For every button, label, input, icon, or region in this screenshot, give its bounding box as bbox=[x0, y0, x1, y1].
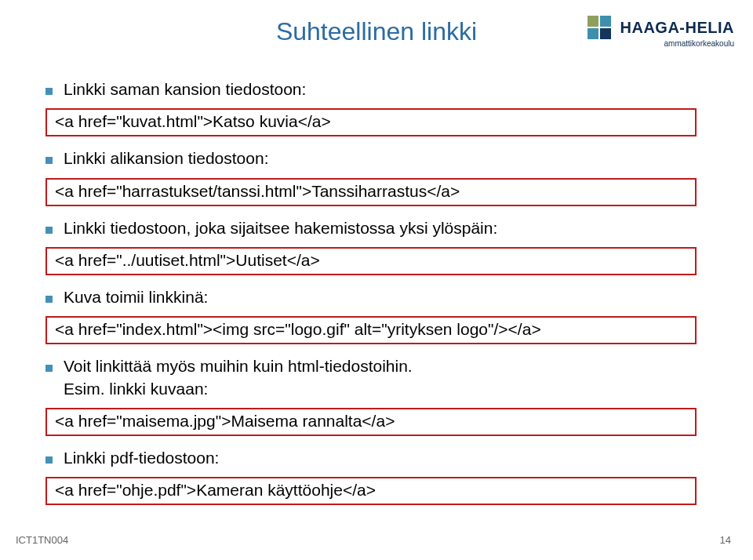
bullet-text: Linkki saman kansion tiedostoon: bbox=[64, 78, 306, 100]
slide: HAAGA-HELIA ammattikorkeakoulu Suhteelli… bbox=[0, 0, 753, 560]
bullet-icon bbox=[45, 88, 53, 95]
bullet-text: Linkki alikansion tiedostoon: bbox=[64, 147, 269, 169]
bullet-icon bbox=[45, 296, 53, 303]
page-number: 14 bbox=[720, 534, 731, 546]
bullet-row: Voit linkittää myös muihin kuin html-tie… bbox=[45, 355, 706, 400]
bullet-text: Linkki pdf-tiedostoon: bbox=[64, 447, 219, 469]
bullet-text: Kuva toimii linkkinä: bbox=[64, 286, 208, 308]
content: Linkki saman kansion tiedostoon: <a href… bbox=[45, 78, 706, 516]
bullet-row: Linkki alikansion tiedostoon: bbox=[45, 147, 706, 169]
bullet-icon bbox=[45, 227, 53, 234]
bullet-icon bbox=[45, 365, 53, 372]
bullet-row: Kuva toimii linkkinä: bbox=[45, 286, 706, 308]
code-box: <a href="ohje.pdf">Kameran käyttöohje</a… bbox=[45, 477, 697, 505]
footer-left: ICT1TN004 bbox=[16, 534, 68, 546]
code-box: <a href="../uutiset.html">Uutiset</a> bbox=[45, 247, 697, 275]
bullet-icon bbox=[45, 456, 53, 464]
bullet-text: Linkki tiedostoon, joka sijaitsee hakemi… bbox=[64, 217, 497, 239]
code-box: <a href="kuvat.html">Katso kuvia</a> bbox=[45, 108, 697, 136]
footer: ICT1TN004 14 bbox=[16, 534, 731, 546]
code-box: <a href="index.html"><img src="logo.gif"… bbox=[45, 316, 697, 344]
bullet-row: Linkki pdf-tiedostoon: bbox=[45, 447, 706, 469]
bullet-icon bbox=[45, 157, 53, 164]
bullet-row: Linkki tiedostoon, joka sijaitsee hakemi… bbox=[45, 217, 706, 239]
code-box: <a href="harrastukset/tanssi.html">Tanss… bbox=[45, 178, 697, 206]
bullet-text: Voit linkittää myös muihin kuin html-tie… bbox=[64, 355, 413, 400]
bullet-row: Linkki saman kansion tiedostoon: bbox=[45, 78, 706, 100]
slide-title: Suhteellinen linkki bbox=[0, 17, 753, 46]
code-box: <a href="maisema.jpg">Maisema rannalta</… bbox=[45, 408, 697, 436]
